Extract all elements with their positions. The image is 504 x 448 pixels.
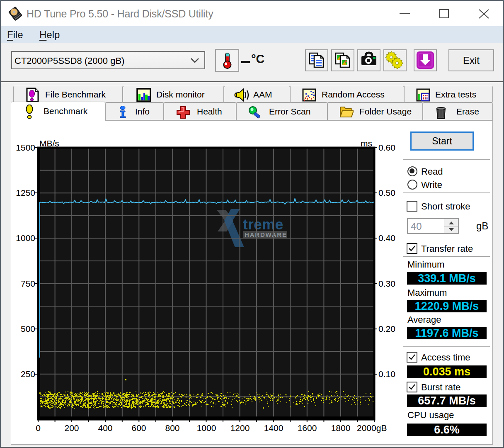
svg-text:treme: treme bbox=[243, 216, 284, 232]
svg-text:HARDWARE: HARDWARE bbox=[245, 231, 287, 238]
